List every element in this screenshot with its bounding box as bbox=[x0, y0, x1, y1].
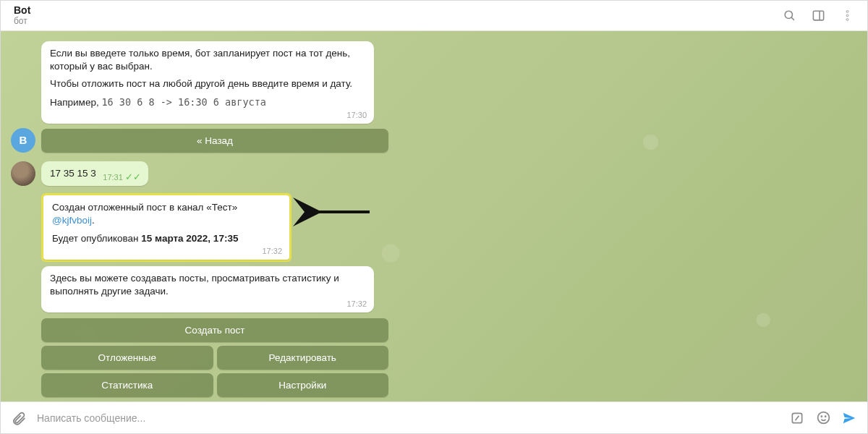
bot-avatar[interactable]: B bbox=[11, 128, 35, 153]
chat-header: Bot бот bbox=[1, 1, 867, 31]
message-text: 17 35 15 3 bbox=[50, 168, 96, 179]
keyboard-button-settings[interactable]: Настройки bbox=[217, 373, 389, 397]
sidebar-toggle-icon[interactable] bbox=[811, 9, 825, 23]
chat-subtitle: бот bbox=[14, 17, 30, 26]
message-text: Чтобы отложить пост на любой другой день… bbox=[50, 77, 365, 90]
message-text: Например, 16 30 6 8 -> 16:30 6 августа bbox=[50, 95, 365, 109]
message-composer bbox=[1, 401, 867, 433]
message-time: 17:32 bbox=[262, 246, 282, 257]
send-icon[interactable] bbox=[841, 410, 857, 426]
chat-title-block[interactable]: Bot бот bbox=[14, 5, 30, 26]
bot-message: Если вы введете только время, бот заплан… bbox=[41, 41, 374, 124]
svg-rect-2 bbox=[813, 11, 823, 20]
svg-point-12 bbox=[825, 416, 825, 417]
message-text: Создан отложенный пост в канал «Тест» @k… bbox=[52, 201, 281, 227]
keyboard-button-edit[interactable]: Редактировать bbox=[217, 346, 389, 370]
chat-area[interactable]: Если вы введете только время, бот заплан… bbox=[1, 31, 867, 401]
keyboard-button-create-post[interactable]: Создать пост bbox=[41, 318, 388, 342]
message-time: 17:31✓✓ bbox=[103, 171, 141, 184]
svg-point-6 bbox=[846, 19, 848, 21]
user-message: 17 35 15 3 17:31✓✓ bbox=[41, 161, 148, 186]
chat-title: Bot bbox=[14, 5, 30, 16]
message-text: Будет опубликован 15 марта 2022, 17:35 bbox=[52, 232, 281, 245]
user-avatar[interactable] bbox=[11, 161, 35, 186]
keyboard-button-stats[interactable]: Статистика bbox=[41, 373, 213, 397]
emoji-icon[interactable] bbox=[815, 410, 831, 426]
attach-icon[interactable] bbox=[11, 410, 27, 426]
bot-message: Здесь вы можете создавать посты, просмат… bbox=[41, 266, 374, 312]
svg-point-0 bbox=[785, 11, 792, 18]
message-input[interactable] bbox=[37, 412, 779, 424]
svg-point-4 bbox=[846, 11, 848, 13]
search-icon[interactable] bbox=[782, 9, 796, 23]
svg-line-1 bbox=[791, 17, 794, 20]
svg-line-9 bbox=[796, 415, 799, 420]
message-text: Если вы введете только время, бот заплан… bbox=[50, 47, 365, 73]
read-ticks-icon: ✓✓ bbox=[125, 171, 141, 182]
message-time: 17:30 bbox=[346, 110, 367, 121]
message-time: 17:32 bbox=[346, 299, 367, 310]
app-window: Bot бот Если вы введете только время, бо… bbox=[0, 0, 868, 434]
command-icon[interactable] bbox=[789, 410, 805, 426]
highlighted-message-frame: Создан отложенный пост в канал «Тест» @k… bbox=[41, 193, 292, 262]
channel-mention[interactable]: @kjfvboij bbox=[52, 215, 92, 226]
svg-point-5 bbox=[846, 14, 848, 17]
bot-message-confirmation: Создан отложенный пост в канал «Тест» @k… bbox=[43, 195, 289, 260]
more-menu-icon[interactable] bbox=[840, 9, 854, 23]
inline-keyboard: Создать пост Отложенные Редактировать Ст… bbox=[41, 318, 388, 397]
message-text: Здесь вы можете создавать посты, просмат… bbox=[50, 272, 365, 298]
keyboard-button-back[interactable]: « Назад bbox=[41, 129, 388, 153]
keyboard-button-deferred[interactable]: Отложенные bbox=[41, 346, 213, 370]
svg-point-10 bbox=[817, 412, 829, 424]
svg-point-11 bbox=[821, 416, 822, 417]
code-sample: 16 30 6 8 -> 16:30 6 августа bbox=[101, 96, 266, 108]
